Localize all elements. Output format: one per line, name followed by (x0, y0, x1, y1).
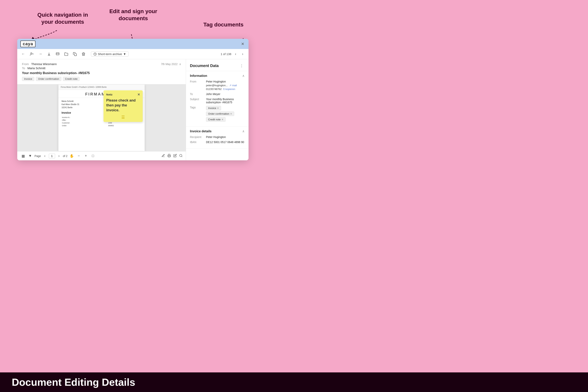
to-field-label: To (190, 92, 204, 96)
from-email-value: peter@hugington... (206, 84, 228, 87)
document-viewer: From Theresa Wiesmann 7th May 2022 ∧ To … (17, 59, 186, 160)
from-info-row: From Peter Hugington peter@hugington... … (190, 80, 244, 90)
invoice-section-title: Invoice details (190, 130, 212, 133)
bottom-bar-title: Document Editing Details (12, 376, 135, 388)
copy-phone-button[interactable]: ⎘ kopieren (223, 88, 235, 90)
panel-tag-invoice: Invoice ✕ (206, 106, 221, 110)
remove-invoice-tag-button[interactable]: ✕ (217, 107, 219, 110)
information-collapse-icon[interactable]: ∧ (242, 74, 244, 78)
add-person-icon[interactable] (29, 51, 34, 57)
sticky-note: Notiz ✕ Please check and then pay the in… (104, 90, 143, 122)
tags-container: Invoice ✕ Order confirmation ✕ Credit no… (206, 106, 244, 122)
recipient-field-value: Peter Hugington (206, 136, 244, 138)
to-name: Maria Schmitt (28, 66, 46, 70)
remove-order-tag-button[interactable]: ✕ (230, 112, 232, 115)
panel-menu-button[interactable]: ⋮ (239, 63, 244, 68)
sticky-note-title: Notiz (106, 93, 112, 96)
delete-icon[interactable] (81, 51, 86, 57)
panel-tag-credit: Credit note ✕ (206, 117, 226, 122)
order-label: Order: (62, 124, 108, 127)
fit-page-icon[interactable]: □ (90, 153, 96, 159)
zoom-in-icon[interactable]: + (83, 153, 88, 159)
offer-label: Offer: (62, 119, 108, 121)
hand-tool-icon[interactable]: ✋ (69, 153, 74, 159)
invoice-section-header: Invoice details ∧ (190, 129, 244, 133)
invoice-details-section: Invoice details ∧ Recipient Peter Huging… (186, 126, 248, 148)
subject-field-value: Your monthly Business subsricption- #M16… (206, 98, 244, 104)
document-page: Firma Meier GmbH • Postfach 123443 • 109… (58, 84, 145, 151)
email-tags: Invoice Order confirmation Credit note (22, 77, 181, 81)
folder-icon[interactable] (64, 51, 69, 57)
pagination-display: 1 of 138 ‹ › (221, 51, 246, 57)
back-button[interactable]: ← (20, 51, 26, 57)
sticky-note-text: Please check and then pay the invoice. (106, 98, 140, 113)
sign-icon[interactable] (173, 154, 177, 158)
panel-title: Document Data (190, 64, 219, 68)
page-label: Page (34, 154, 41, 158)
bottom-toolbar: ▦ ▼ Page ‹ › of 2 ✋ − + □ (17, 151, 186, 160)
email-from-row: From Theresa Wiesmann (22, 62, 57, 66)
from-name: Theresa Wiesmann (31, 62, 57, 66)
next-doc-page[interactable]: › (56, 153, 62, 159)
app-logo: caya (20, 40, 36, 47)
archive-button[interactable]: Short-term archive ▼ (91, 51, 128, 57)
page-number-input[interactable] (49, 154, 55, 158)
view-mode-icon[interactable]: ▦ (20, 153, 26, 159)
iban-field-label: IBAN (190, 140, 204, 144)
email-subject: Your monthly Business subsricption- #M16… (22, 71, 181, 75)
close-button[interactable]: ✕ (240, 41, 246, 47)
page-navigation: Page ‹ › of 2 (34, 153, 68, 159)
remove-credit-tag-button[interactable]: ✕ (222, 118, 224, 121)
title-bar: caya ✕ (17, 39, 248, 49)
subject-field-label: Subject (190, 98, 204, 104)
svg-line-9 (182, 156, 182, 157)
download-icon[interactable] (46, 51, 52, 57)
search-icon[interactable] (179, 154, 183, 158)
sticky-note-close[interactable]: ✕ (138, 93, 140, 96)
svg-point-8 (180, 154, 182, 156)
app-window: caya ✕ ← → (17, 39, 248, 160)
content-area: From Theresa Wiesmann 7th May 2022 ∧ To … (17, 59, 248, 160)
flag-icon[interactable] (55, 51, 60, 57)
bottom-bar: Document Editing Details (0, 372, 588, 392)
recipient-info-row: Recipient Peter Hugington (190, 136, 244, 138)
email-tag-order: Order confirmation (36, 77, 61, 81)
order-value: 369852 (108, 124, 141, 127)
invoice-collapse-icon[interactable]: ∧ (242, 129, 244, 133)
main-toolbar: ← → (17, 49, 248, 59)
right-panel: Document Data ⋮ Information ∧ From Peter… (186, 59, 248, 160)
page-of-label: of 2 (63, 154, 68, 158)
invoice-label: Invoice-N.: (62, 116, 108, 118)
prev-page-button[interactable]: ‹ (233, 51, 238, 57)
mail-link-button[interactable]: ↗ mail (229, 84, 237, 87)
panel-tag-order: Order confirmation ✕ (206, 112, 234, 116)
iban-info-row: IBAN DE12 5001 0517 0648 4898 90 (190, 140, 244, 144)
to-field-value: John Meyer (206, 92, 244, 96)
bottom-right-tools (162, 154, 183, 158)
tag-annotation-label: Tag documents (198, 21, 249, 28)
information-section-header: Information ∧ (190, 74, 244, 78)
view-dropdown-arrow[interactable]: ▼ (28, 153, 33, 159)
edit-annotation-label: Edit and sign yourdocuments (102, 8, 165, 22)
prev-doc-page[interactable]: ‹ (42, 153, 48, 159)
email-to-row: To Maria Schmitt (22, 66, 181, 70)
panel-header: Document Data ⋮ (186, 59, 248, 71)
email-tag-credit: Credit note (63, 77, 80, 81)
from-label: From (22, 62, 29, 66)
zoom-out-icon[interactable]: − (76, 153, 82, 159)
subject-info-row: Subject Your monthly Business subsricpti… (190, 98, 244, 104)
print-icon[interactable] (168, 154, 171, 158)
to-info-row: To John Meyer (190, 92, 244, 96)
sticky-note-header: Notiz ✕ (106, 93, 140, 96)
next-page-button[interactable]: › (240, 51, 246, 57)
tags-info-row: Tags Invoice ✕ Order confirmation ✕ Cred… (190, 106, 244, 122)
forward-icon[interactable]: → (38, 51, 43, 57)
iban-field-value: DE12 5001 0517 0648 4898 90 (206, 140, 244, 144)
sticky-note-lines-icon: ☰ (106, 115, 140, 120)
pen-icon[interactable] (162, 154, 165, 158)
information-section: Information ∧ From Peter Hugington peter… (186, 71, 248, 126)
svg-point-1 (30, 52, 32, 54)
copy-icon[interactable] (72, 51, 78, 57)
customer-label: Customer: (62, 122, 108, 124)
document-page-area: Firma Meier GmbH • Postfach 123443 • 109… (17, 84, 186, 151)
